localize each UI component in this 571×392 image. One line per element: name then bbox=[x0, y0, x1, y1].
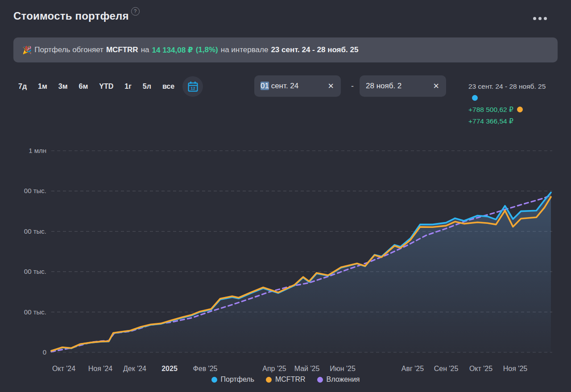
x-axis-label: 2025 bbox=[161, 365, 178, 372]
mcftrr-dot-icon bbox=[266, 377, 272, 383]
chart-area[interactable]: 1 млн00 тыс.00 тыс.00 тыс.00 тыс.0Окт '2… bbox=[0, 0, 571, 392]
x-axis-label: Фев '25 bbox=[193, 365, 218, 372]
x-axis-label: Сен '25 bbox=[434, 365, 459, 372]
legend-item-portfolio[interactable]: Портфель bbox=[211, 375, 254, 384]
y-axis-label: 00 тыс. bbox=[24, 227, 46, 235]
x-axis-label: Май '25 bbox=[294, 365, 320, 372]
legend-label: Портфель bbox=[221, 375, 254, 384]
portfolio-dot-icon bbox=[211, 377, 217, 383]
y-axis-label: 0 bbox=[43, 348, 46, 356]
x-axis-label: Окт '24 bbox=[52, 365, 75, 372]
legend-item-vlozheniya[interactable]: Вложения bbox=[317, 375, 360, 384]
x-axis-label: Дек '24 bbox=[123, 365, 146, 372]
x-axis-label: Авг '25 bbox=[401, 365, 424, 372]
y-axis-label: 00 тыс. bbox=[24, 268, 46, 275]
portfolio-value-chart: 1 млн00 тыс.00 тыс.00 тыс.00 тыс.0Окт '2… bbox=[0, 0, 571, 392]
y-axis-label: 00 тыс. bbox=[24, 187, 46, 194]
legend-label: MCFTRR bbox=[275, 375, 306, 384]
x-axis-label: Июн '25 bbox=[330, 365, 356, 372]
x-axis-label: Окт '25 bbox=[469, 365, 492, 372]
x-axis-label: Ноя '25 bbox=[503, 365, 528, 372]
y-axis-label: 1 млн bbox=[29, 147, 46, 154]
x-axis-label: Ноя '24 bbox=[88, 365, 113, 372]
chart-legend: ПортфельMCFTRRВложения bbox=[0, 375, 571, 384]
vlozheniya-dot-icon bbox=[317, 377, 323, 383]
y-axis-label: 00 тыс. bbox=[24, 308, 46, 316]
legend-label: Вложения bbox=[327, 375, 360, 384]
legend-item-mcftrr[interactable]: MCFTRR bbox=[266, 375, 306, 384]
x-axis-label: Апр '25 bbox=[262, 365, 286, 372]
